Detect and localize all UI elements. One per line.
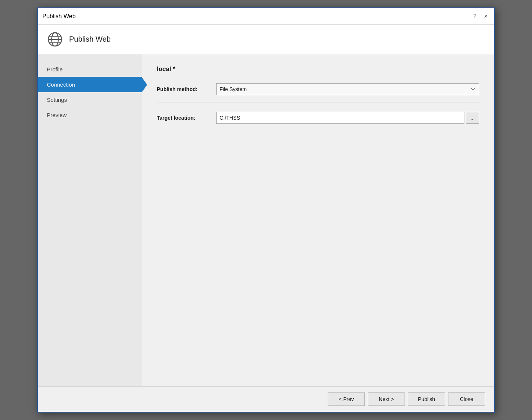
next-button[interactable]: Next > bbox=[368, 392, 405, 406]
sidebar-item-settings-label: Settings bbox=[47, 97, 67, 103]
sidebar-item-connection-label: Connection bbox=[47, 81, 75, 88]
browse-button[interactable]: ... bbox=[466, 112, 479, 124]
sidebar-item-connection[interactable]: Connection bbox=[38, 77, 142, 92]
target-location-label: Target location: bbox=[157, 115, 216, 121]
footer: < Prev Next > Publish Close bbox=[38, 386, 494, 412]
help-button[interactable]: ? bbox=[471, 13, 479, 20]
publish-method-select[interactable]: File System FTP Web Deploy Web Deploy Pa… bbox=[216, 83, 479, 95]
target-location-group: Target location: ... bbox=[157, 112, 479, 124]
sidebar-item-profile-label: Profile bbox=[47, 66, 63, 72]
sidebar: Profile Connection Settings Preview bbox=[38, 54, 142, 386]
header-section: Publish Web bbox=[38, 25, 494, 54]
sidebar-item-profile[interactable]: Profile bbox=[38, 62, 142, 77]
publish-button[interactable]: Publish bbox=[408, 392, 445, 406]
title-bar-left: Publish Web bbox=[42, 13, 76, 20]
sidebar-item-preview[interactable]: Preview bbox=[38, 107, 142, 123]
content-area: Profile Connection Settings Preview loca… bbox=[38, 54, 494, 386]
panel-title: local * bbox=[157, 65, 479, 73]
title-bar-controls: ? × bbox=[471, 13, 490, 20]
prev-button[interactable]: < Prev bbox=[328, 392, 365, 406]
divider bbox=[157, 103, 479, 103]
publish-web-dialog: Publish Web ? × Publish Web Profile Conn… bbox=[37, 7, 495, 413]
publish-method-label: Publish method: bbox=[157, 86, 216, 92]
header-title: Publish Web bbox=[69, 35, 111, 43]
close-button[interactable]: Close bbox=[448, 392, 485, 406]
publish-method-group: Publish method: File System FTP Web Depl… bbox=[157, 83, 479, 95]
title-bar-title: Publish Web bbox=[42, 13, 76, 20]
target-location-input[interactable] bbox=[216, 112, 464, 124]
close-title-button[interactable]: × bbox=[482, 13, 490, 20]
sidebar-item-settings[interactable]: Settings bbox=[38, 92, 142, 107]
sidebar-item-preview-label: Preview bbox=[47, 112, 66, 118]
globe-icon bbox=[47, 31, 63, 48]
title-bar: Publish Web ? × bbox=[38, 8, 494, 25]
main-panel: local * Publish method: File System FTP … bbox=[142, 54, 494, 386]
